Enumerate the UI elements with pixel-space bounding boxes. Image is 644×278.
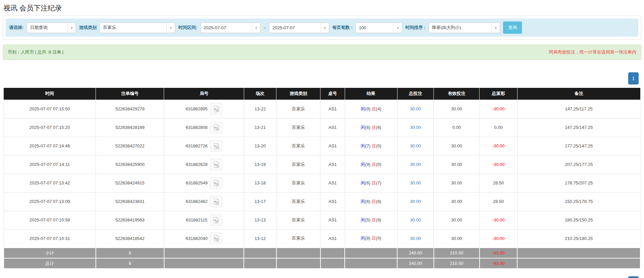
total-row: 总计 8 240.00 210.00 -93.00: [4, 258, 640, 269]
total-bet-link[interactable]: 30.00: [410, 162, 421, 167]
result-banker-score: (0): [376, 162, 381, 167]
result-banker-label: 庄: [372, 125, 376, 130]
subtotal-valid-bet: 210.00: [434, 248, 480, 258]
result-player-score: (6): [365, 180, 371, 185]
chevron-down-icon[interactable]: ▾: [67, 23, 76, 33]
col-header-result: 结果: [345, 88, 397, 100]
cell-round-id: 631882115: [164, 211, 244, 229]
total-valid-bet: 210.00: [434, 258, 480, 269]
result-banker-score: (4): [376, 106, 381, 111]
result-banker-score: (9): [376, 217, 381, 222]
date-range-tilde: ~: [264, 25, 266, 30]
video-replay-button[interactable]: [210, 122, 222, 133]
round-number: 631882808: [186, 125, 207, 130]
result-player-label: 闲: [361, 180, 365, 185]
cell-payout: -30.00: [480, 229, 517, 248]
total-bet-link[interactable]: 30.00: [410, 143, 421, 148]
cell-total-bet: 30.00: [397, 211, 433, 229]
cell-time: 2025-07-07 07:15:50: [4, 100, 96, 118]
game-type-value[interactable]: 百家乐: [100, 23, 166, 33]
cell-remark: 178.75/207.25: [517, 174, 640, 192]
cell-round-id: 631882628: [164, 155, 244, 174]
video-file-icon: [213, 179, 220, 187]
cell-game-type: 百家乐: [276, 100, 320, 118]
total-bet-link[interactable]: 30.00: [410, 125, 421, 130]
result-banker-label: 庄: [372, 236, 376, 241]
round-number: 631882462: [186, 199, 207, 204]
total-empty-cell: [276, 258, 320, 269]
cell-time: 2025-07-07 07:10:58: [4, 211, 96, 229]
cell-game-type: 百家乐: [276, 192, 320, 211]
chevron-down-icon[interactable]: ▾: [252, 23, 260, 33]
video-replay-button[interactable]: [210, 214, 222, 226]
search-button[interactable]: 查询: [503, 22, 522, 34]
table-row: 2025-07-07 07:14:46 522638427022 6318827…: [4, 137, 640, 155]
total-bet-link[interactable]: 30.00: [410, 236, 421, 241]
video-replay-button[interactable]: [210, 196, 222, 207]
result-banker-score: (0): [376, 236, 381, 241]
video-replay-button[interactable]: [210, 103, 222, 115]
chevron-down-icon[interactable]: ▾: [491, 23, 500, 33]
time-sort-dropdown[interactable]: 降幂(由大到小) ▾: [428, 23, 500, 33]
cell-table-no: AS1: [320, 118, 345, 137]
cell-session: 13-20: [244, 137, 276, 155]
result-banker-label: 庄: [372, 199, 376, 204]
cell-table-no: AS1: [320, 100, 345, 118]
cell-game-type: 百家乐: [276, 155, 320, 174]
game-type-label: 游戏类别: [79, 25, 97, 31]
video-replay-button[interactable]: [210, 233, 222, 244]
total-bet-link[interactable]: 30.00: [410, 180, 421, 185]
table-row: 2025-07-07 07:10:31 522638418542 6318820…: [4, 229, 640, 248]
col-header-total-bet: 总投注: [397, 88, 433, 100]
cell-result: 闲(6) 庄(6): [345, 118, 397, 137]
chevron-down-icon[interactable]: ▾: [393, 23, 402, 33]
video-replay-button[interactable]: [210, 140, 222, 152]
cell-session: 13-18: [244, 174, 276, 192]
round-number: 631882726: [186, 143, 207, 148]
chevron-down-icon[interactable]: ▾: [320, 23, 329, 33]
result-player-score: (5): [365, 217, 371, 222]
cell-game-type: 百家乐: [276, 118, 320, 137]
cell-table-no: AS1: [320, 155, 345, 174]
round-number: 631882549: [186, 180, 207, 185]
result-player-score: (9): [365, 106, 371, 111]
page-1-button[interactable]: 1: [628, 72, 639, 84]
cell-total-bet: 30.00: [397, 155, 433, 174]
date-from-value[interactable]: 2025-07-07: [201, 23, 252, 33]
result-banker-label: 庄: [372, 162, 376, 167]
col-header-table-no: 桌号: [320, 88, 345, 100]
time-sort-value[interactable]: 降幂(由大到小): [429, 23, 491, 33]
game-type-dropdown[interactable]: 百家乐 ▾: [100, 23, 175, 33]
page-1-button[interactable]: 1: [628, 276, 639, 278]
table-row: 2025-07-07 07:13:42 522638424915 6318825…: [4, 174, 640, 192]
video-replay-button[interactable]: [210, 177, 222, 189]
date-from-dropdown[interactable]: 2025-07-07 ▾: [200, 23, 261, 33]
filter-bar: 请选择: 日期查询 ▾ 游戏类别 百家乐 ▾ 时间区间: 2025-07-07 …: [6, 19, 638, 37]
result-player-score: (6): [365, 199, 371, 204]
date-to-dropdown[interactable]: 2025-07-07 ▾: [269, 23, 329, 33]
result-player-label: 闲: [361, 162, 365, 167]
date-to-value[interactable]: 2025-07-07: [269, 23, 320, 33]
query-mode-dropdown[interactable]: 日期查询 ▾: [27, 23, 76, 33]
total-total-bet: 240.00: [397, 258, 433, 269]
query-mode-value[interactable]: 日期查询: [27, 23, 67, 33]
page-size-value[interactable]: 100: [356, 23, 393, 33]
summary-notice-bar: 币别：人民币 | 总共 :8 注单 | 同局有效投注，统一计算在该局第一张注单内: [3, 44, 641, 60]
cell-payout: -30.00: [480, 137, 517, 155]
result-player-label: 闲: [361, 106, 365, 111]
cell-valid-bet: 30.00: [434, 155, 480, 174]
cell-table-no: AS1: [320, 229, 345, 248]
video-replay-button[interactable]: [210, 159, 222, 170]
total-bet-link[interactable]: 30.00: [410, 217, 421, 222]
cell-bet-id: 522638428169: [96, 118, 164, 137]
col-header-valid-bet: 有效投注: [434, 88, 480, 100]
cell-session: 13-21: [244, 118, 276, 137]
cell-round-id: 631882040: [164, 229, 244, 248]
total-bet-link[interactable]: 30.00: [410, 106, 421, 111]
cell-bet-id: 522638418542: [96, 229, 164, 248]
chevron-down-icon[interactable]: ▾: [166, 23, 175, 33]
total-bet-link[interactable]: 30.00: [410, 199, 421, 204]
pagination-bottom: 1: [0, 276, 639, 278]
page-size-dropdown[interactable]: 100 ▾: [355, 23, 402, 33]
cell-table-no: AS1: [320, 137, 345, 155]
